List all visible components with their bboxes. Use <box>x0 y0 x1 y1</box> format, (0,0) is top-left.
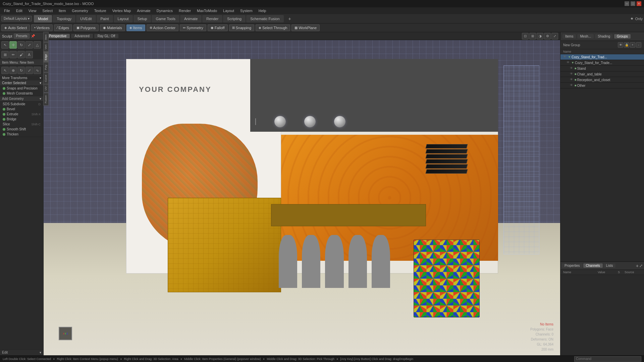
menu-texture[interactable]: Texture <box>92 8 109 13</box>
rb-tab-lists[interactable]: Lists <box>603 263 616 268</box>
vp-grid-icon[interactable]: ⊞ <box>529 33 536 40</box>
rb-expand-button[interactable]: ⤢ <box>639 263 643 268</box>
vp-settings-icon[interactable]: ⚙ <box>544 33 551 40</box>
right-tab-mesh[interactable]: Mesh... <box>577 34 594 39</box>
tab-gametools[interactable]: Game Tools <box>152 15 179 22</box>
symmetry-button[interactable]: ⇔ Symmetry <box>180 24 206 31</box>
menu-dynamics[interactable]: Dynamics <box>154 8 175 13</box>
add-geometry-header[interactable]: Add Geometry ▾ <box>0 96 43 102</box>
vp-tab-advanced[interactable]: Advanced <box>71 34 93 38</box>
viewport-canvas[interactable]: YOUR COMPANY <box>44 40 560 355</box>
vp-shading-icon[interactable]: ◑ <box>537 33 543 40</box>
maximize-button[interactable]: □ <box>631 1 635 6</box>
side-tab-uv[interactable]: UV <box>43 84 49 93</box>
menu-system[interactable]: System <box>237 8 255 13</box>
command-input[interactable] <box>574 356 641 362</box>
tab-layout[interactable]: Layout <box>114 15 133 22</box>
menu-help[interactable]: Help <box>256 8 269 13</box>
tree-item-reception[interactable]: 👁 ■ Reception_and_closet <box>560 77 644 83</box>
shape-tool-icon[interactable]: △ <box>34 41 41 49</box>
side-tab-vert[interactable]: Vert <box>43 42 49 52</box>
side-tab-poly[interactable]: Poly <box>43 62 49 72</box>
tree-lock-btn[interactable]: 🔒 <box>624 42 629 48</box>
thicken-item[interactable]: Thicken <box>0 132 43 137</box>
edit-label[interactable]: Edit ▾ <box>0 349 43 355</box>
extrude-item[interactable]: Extrude Shift-X <box>0 112 43 117</box>
side-tab-edge[interactable]: Edge <box>43 52 49 63</box>
menu-edit[interactable]: Edit <box>13 8 25 13</box>
tab-render[interactable]: Render <box>202 15 222 22</box>
vp-expand-icon[interactable]: ⤢ <box>551 33 558 40</box>
transform1-icon[interactable]: ↖ <box>1 67 9 74</box>
tab-topology[interactable]: Topology <box>53 15 75 22</box>
side-tab-fusion[interactable]: Fusion <box>43 93 49 106</box>
snapping-button[interactable]: ⊞ Snapping <box>229 24 255 31</box>
close-button[interactable]: ✕ <box>637 1 641 6</box>
vp-fit-icon[interactable]: ⊡ <box>522 33 529 40</box>
tree-item-root[interactable]: 👁 ▼ Cozy_Stand_for_Trad... <box>560 54 644 60</box>
menu-item[interactable]: Item <box>56 8 68 13</box>
tree-add-btn[interactable]: + <box>630 42 635 48</box>
menu-geometry[interactable]: Geometry <box>69 8 91 13</box>
menu-render[interactable]: Render <box>176 8 194 13</box>
vp-tab-raygl[interactable]: Ray GL: Off <box>94 34 119 38</box>
tab-add[interactable]: + <box>284 15 295 22</box>
menu-vertexmap[interactable]: Vertex Map <box>110 8 134 13</box>
select-tool-icon[interactable]: ↖ <box>1 41 9 49</box>
rotate-tool-icon[interactable]: ↻ <box>17 41 25 49</box>
minimize-button[interactable]: ─ <box>625 1 629 6</box>
vertices-button[interactable]: • Vertices <box>31 24 53 31</box>
tab-animate[interactable]: Animate <box>180 15 202 22</box>
right-tab-groups[interactable]: Groups <box>614 34 631 39</box>
mesh-constraints[interactable]: Mesh Constraints <box>0 91 43 96</box>
polygons-button[interactable]: ▣ Polygons <box>73 24 99 31</box>
layout-selector[interactable]: Default Layouts ▾ <box>1 16 32 21</box>
menu-maxtomodo[interactable]: MaxToModo <box>194 8 220 13</box>
tab-setup[interactable]: Setup <box>133 15 151 22</box>
edges-button[interactable]: ∕ Edges <box>54 24 72 31</box>
tab-model[interactable]: Model <box>34 15 52 22</box>
tree-item-chair[interactable]: 👁 ■ Chair_and_table <box>560 71 644 77</box>
tree-item-other[interactable]: 👁 ■ Other <box>560 83 644 88</box>
transform4-icon[interactable]: ⤢ <box>25 67 33 74</box>
more-transforms[interactable]: More Transforms ▾ <box>0 75 43 80</box>
tab-schematic[interactable]: Schematic Fusion <box>246 15 283 22</box>
item-menu[interactable]: Item Menu: New Item <box>0 60 43 66</box>
tab-scripting[interactable]: Scripting <box>223 15 246 22</box>
menu-select[interactable]: Select <box>40 8 55 13</box>
items-button[interactable]: ◈ Items <box>126 24 145 31</box>
rb-add-button[interactable]: + <box>636 263 639 268</box>
text-tool-icon[interactable]: A <box>25 51 33 58</box>
tree-item-stand[interactable]: 👁 ■ Stand <box>560 66 644 71</box>
menu-view[interactable]: View <box>26 8 39 13</box>
side-tab-item[interactable]: Item <box>43 32 49 42</box>
menu-file[interactable]: File <box>1 8 13 13</box>
rb-tab-properties[interactable]: Properties <box>562 263 583 268</box>
center-selected[interactable]: Center Selected ▾ <box>0 80 43 86</box>
paint-tool-icon[interactable]: 🖌 <box>17 51 25 58</box>
right-tab-shading[interactable]: Shading <box>595 34 613 39</box>
star-icon[interactable]: ★ <box>630 16 634 21</box>
viewport[interactable]: Perspective Advanced Ray GL: Off ⊡ ⊞ ◑ ⚙… <box>44 32 560 355</box>
menu-layout[interactable]: Layout <box>220 8 237 13</box>
right-tab-items[interactable]: Items <box>562 34 576 39</box>
tree-remove-btn[interactable]: - <box>636 42 641 48</box>
snaps-and-precision[interactable]: Snaps and Precision <box>0 86 43 91</box>
tab-uvedit[interactable]: UVEdit <box>76 15 96 22</box>
autoselect-button[interactable]: ◈ Auto Select <box>1 24 30 31</box>
tree-item-cozy[interactable]: 👁 ▼ Cozy_Stand_for_Trade... <box>560 60 644 66</box>
scale-tool-icon[interactable]: ⤢ <box>25 41 33 49</box>
menu-animate[interactable]: Animate <box>134 8 153 13</box>
vp-tab-perspective[interactable]: Perspective <box>46 34 70 38</box>
selectthrough-button[interactable]: ◈ Select Through <box>256 24 290 31</box>
slice-item[interactable]: Slice Shift-C <box>0 122 43 127</box>
snap-tool-icon[interactable]: ⊞ <box>1 51 9 58</box>
presets-button[interactable]: Presets <box>14 34 30 39</box>
tree-eye-btn[interactable]: 👁 <box>618 42 623 48</box>
transform5-icon[interactable]: ∿ <box>34 67 41 74</box>
workplane-button[interactable]: ▦ WorkPlane <box>291 24 320 31</box>
bridge-item[interactable]: Bridge <box>0 117 43 122</box>
bevel-item[interactable]: Bevel <box>0 107 43 112</box>
smooth-shift-item[interactable]: Smooth Shift <box>0 127 43 132</box>
tab-paint[interactable]: Paint <box>97 15 113 22</box>
